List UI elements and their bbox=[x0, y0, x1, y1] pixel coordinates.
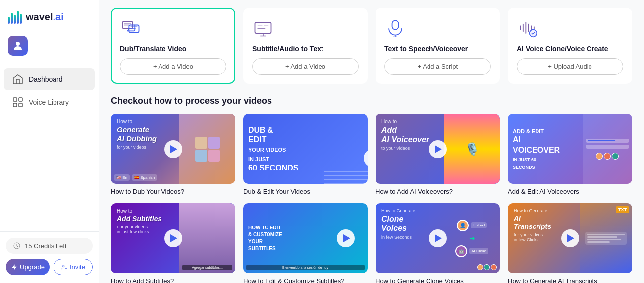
video-item-2[interactable]: DUB &EDITYOUR VIDEOSIN JUST60 SECONDS Du… bbox=[243, 114, 368, 195]
thumb-bg-3: How to AddAI Voiceover to your Videos 🎙️ bbox=[376, 114, 500, 184]
svg-rect-2 bbox=[19, 98, 22, 101]
thumb-right-8 bbox=[580, 203, 632, 273]
upload-audio-btn[interactable]: + Upload Audio bbox=[517, 58, 623, 75]
add-video-btn-dub[interactable]: + Add a Video bbox=[120, 58, 226, 75]
user-icon bbox=[12, 40, 24, 52]
flag-badge-1: 🇺🇸 En 🇪🇸 Spanish bbox=[114, 174, 157, 181]
thumb-bg-8: How to Generate AITranscripts for your v… bbox=[508, 203, 632, 273]
video-label-4: Add & Edit AI Voiceovers bbox=[508, 188, 632, 195]
video-label-2: Dub & Edit Your Videos bbox=[243, 188, 368, 195]
logo-text: wavel.ai bbox=[26, 11, 64, 23]
sidebar-item-dashboard-label: Dashboard bbox=[29, 75, 63, 83]
action-card-dub-translate[interactable]: Dub/Translate Video + Add a Video bbox=[111, 8, 235, 84]
sidebar-item-voice-library[interactable]: Voice Library bbox=[4, 91, 95, 113]
mic-icon bbox=[384, 17, 406, 39]
video-item-6[interactable]: HOW TO EDIT& CUSTOMIZEYOURSUBTITLES Bien… bbox=[243, 203, 368, 283]
dub-icon bbox=[120, 17, 142, 39]
thumb-bg-2: DUB &EDITYOUR VIDEOSIN JUST60 SECONDS bbox=[243, 114, 368, 184]
logo-bar bbox=[14, 15, 16, 24]
video-thumb-8: How to Generate AITranscripts for your v… bbox=[508, 203, 632, 273]
video-thumb-2: DUB &EDITYOUR VIDEOSIN JUST60 SECONDS bbox=[243, 114, 368, 184]
video-thumb-4: ADD & EDITAIVOICEOVERIN JUST 60SECONDS bbox=[508, 114, 632, 184]
video-thumb-1: How to GenerateAI Dubbing for your video… bbox=[111, 114, 235, 184]
bottom-actions: Upgrade Invite bbox=[6, 259, 93, 275]
action-card-subtitle-audio[interactable]: Subtitle/Audio to Text + Add a Video bbox=[243, 8, 368, 84]
svg-rect-9 bbox=[255, 22, 271, 33]
add-script-btn[interactable]: + Add a Script bbox=[384, 58, 491, 75]
thumb-right-5: Agregar subtítulos... bbox=[179, 203, 235, 273]
video-item-3[interactable]: How to AddAI Voiceover to your Videos 🎙️… bbox=[376, 114, 500, 195]
sidebar-item-dashboard[interactable]: Dashboard bbox=[4, 68, 95, 90]
credits-button[interactable]: 15 Credits Left bbox=[6, 238, 93, 254]
play-button-8[interactable] bbox=[561, 229, 579, 247]
logo-bar bbox=[17, 11, 19, 24]
dub-translate-svg bbox=[120, 17, 142, 39]
play-triangle-7 bbox=[435, 234, 442, 242]
svg-rect-1 bbox=[13, 98, 17, 101]
thumb-bg-1: How to GenerateAI Dubbing for your video… bbox=[111, 114, 235, 184]
logo-bars bbox=[8, 10, 22, 24]
thumb-bg-7: How to Generate CloneVoices in few Secon… bbox=[376, 203, 500, 273]
mic-svg bbox=[384, 17, 406, 39]
section-heading: Checkout how to process your videos bbox=[111, 96, 632, 106]
credits-label: 15 Credits Left bbox=[25, 242, 67, 250]
video-thumb-7: How to Generate CloneVoices in few Secon… bbox=[376, 203, 500, 273]
sidebar-bottom: 15 Credits Left Upgrade Invite bbox=[0, 231, 99, 283]
invite-button[interactable]: Invite bbox=[54, 259, 93, 275]
logo-bar bbox=[8, 17, 10, 24]
nav-items: Dashboard Voice Library bbox=[0, 63, 99, 231]
action-card-voice-clone[interactable]: AI Voice Clone/Voice Create + Upload Aud… bbox=[508, 8, 632, 84]
dub-translate-title: Dub/Translate Video bbox=[120, 45, 226, 53]
thumb-bg-4: ADD & EDITAIVOICEOVERIN JUST 60SECONDS bbox=[508, 114, 632, 184]
video-label-3: How to Add AI Voiceovers? bbox=[376, 188, 500, 195]
svg-rect-3 bbox=[13, 103, 17, 107]
invite-icon bbox=[61, 264, 68, 271]
logo-bar bbox=[20, 14, 22, 24]
thumb-right-1 bbox=[179, 114, 235, 184]
video-item-8[interactable]: How to Generate AITranscripts for your v… bbox=[508, 203, 632, 283]
add-video-btn-subtitle[interactable]: + Add a Video bbox=[252, 58, 359, 75]
voice-clone-svg bbox=[517, 17, 538, 39]
play-triangle-6 bbox=[343, 234, 350, 242]
video-item-4[interactable]: ADD & EDITAIVOICEOVERIN JUST 60SECONDS bbox=[508, 114, 632, 195]
logo-area: wavel.ai bbox=[0, 0, 99, 32]
play-button-6[interactable] bbox=[337, 229, 355, 247]
lightning-icon bbox=[11, 264, 18, 271]
video-thumb-6: HOW TO EDIT& CUSTOMIZEYOURSUBTITLES Bien… bbox=[243, 203, 368, 273]
video-item-1[interactable]: How to GenerateAI Dubbing for your video… bbox=[111, 114, 235, 195]
video-item-7[interactable]: How to Generate CloneVoices in few Secon… bbox=[376, 203, 500, 283]
thumb-bg-6: HOW TO EDIT& CUSTOMIZEYOURSUBTITLES Bien… bbox=[243, 203, 368, 273]
svg-point-0 bbox=[16, 42, 20, 46]
svg-rect-10 bbox=[392, 20, 399, 29]
grid-icon bbox=[12, 96, 24, 108]
avatar[interactable] bbox=[8, 36, 28, 56]
video-item-5[interactable]: How to Add Subtitles For your videosin j… bbox=[111, 203, 235, 283]
play-triangle-5 bbox=[170, 234, 177, 242]
play-button-7[interactable] bbox=[429, 229, 447, 247]
sidebar-item-voice-library-label: Voice Library bbox=[29, 98, 69, 106]
home-icon bbox=[12, 73, 24, 85]
video-label-1: How to Dub Your Videos? bbox=[111, 188, 235, 195]
action-cards: Dub/Translate Video + Add a Video Subtit… bbox=[111, 8, 632, 84]
play-button-5[interactable] bbox=[164, 229, 182, 247]
thumb-right-3: 🎙️ bbox=[444, 114, 500, 184]
video-label-6: How to Edit & Customize Subtitles? bbox=[243, 277, 368, 283]
video-thumb-3: How to AddAI Voiceover to your Videos 🎙️ bbox=[376, 114, 500, 184]
upgrade-label: Upgrade bbox=[20, 263, 45, 271]
invite-label: Invite bbox=[70, 263, 85, 271]
video-label-7: How to Generate Clone Voices bbox=[376, 277, 500, 283]
play-button-3[interactable] bbox=[429, 140, 447, 158]
logo-bar bbox=[11, 13, 13, 24]
video-label-8: How to Generate AI Transcripts bbox=[508, 277, 632, 283]
svg-point-6 bbox=[62, 265, 64, 267]
action-card-text-speech[interactable]: Text to Speech/Voiceover + Add a Script bbox=[376, 8, 500, 84]
video-grid: How to GenerateAI Dubbing for your video… bbox=[111, 114, 632, 283]
play-button-1[interactable] bbox=[164, 140, 182, 158]
upgrade-button[interactable]: Upgrade bbox=[6, 259, 50, 275]
main-content: Dub/Translate Video + Add a Video Subtit… bbox=[99, 0, 644, 283]
voice-clone-icon bbox=[517, 17, 538, 39]
thumb-right-7: 👤 Upload ➜ 🤖 AI Clone bbox=[444, 203, 500, 273]
thumb-bg-5: How to Add Subtitles For your videosin j… bbox=[111, 203, 235, 273]
credits-icon bbox=[13, 242, 21, 250]
play-triangle-3 bbox=[435, 145, 442, 153]
